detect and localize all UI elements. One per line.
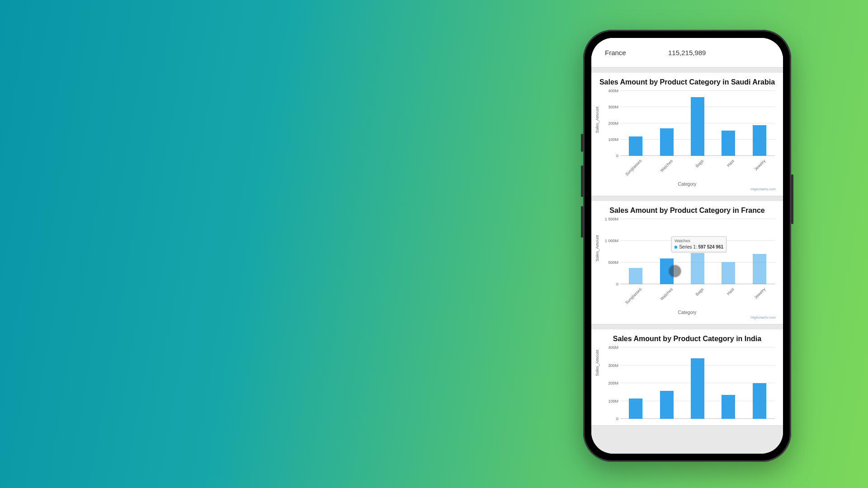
grid-line — [620, 90, 775, 91]
grid-line — [620, 347, 775, 347]
x-tick-labels: SunglassesWatchesBagsHatsJewelry — [620, 287, 775, 306]
tooltip-category: Watches — [675, 239, 723, 244]
x-tick-label: Watches — [659, 159, 674, 173]
tooltip-series-label: Series 1: — [679, 244, 697, 249]
touch-indicator-icon — [669, 265, 681, 277]
y-ticks: 0100M200M300M400M — [602, 347, 619, 419]
y-tick-label: 300M — [608, 363, 618, 368]
y-tick-label: 0 — [616, 282, 618, 286]
chart-title: Sales Amount by Product Category in Fran… — [594, 205, 780, 217]
chart-card-saudi[interactable]: Sales Amount by Product Category in Saud… — [591, 73, 783, 196]
bar-sunglasses[interactable] — [629, 136, 642, 156]
y-ticks: 0500M1 000M1 500M — [602, 219, 619, 284]
tooltip-value-row: Series 1: 597 524 961 — [675, 244, 723, 250]
chart-card-france[interactable]: Sales Amount by Product Category in Fran… — [591, 201, 783, 324]
y-axis-label: Sales_Amount — [595, 350, 599, 376]
bar-bags[interactable] — [691, 97, 704, 156]
background: France 115,215,989 Sales Amount by Produ… — [0, 0, 868, 488]
x-tick-label: Bags — [694, 287, 704, 297]
x-tick-label: Jewelry — [753, 159, 766, 172]
y-ticks: 0100M200M300M400M — [602, 91, 619, 156]
x-tick-label: Bags — [694, 159, 704, 169]
x-axis-label: Category — [596, 310, 778, 315]
x-tick-labels: SunglassesWatchesBagsHatsJewelry — [620, 159, 775, 178]
chart-card-india[interactable]: Sales Amount by Product Category in Indi… — [591, 329, 783, 425]
y-tick-label: 1 000M — [605, 239, 618, 243]
phone-screen[interactable]: France 115,215,989 Sales Amount by Produ… — [591, 38, 783, 454]
y-axis-label: Sales_Amount — [595, 107, 599, 133]
bar-sunglasses[interactable] — [629, 399, 642, 419]
chart-credit: Highcharts.com — [750, 315, 776, 319]
bar-hats[interactable] — [722, 131, 735, 156]
bar-jewelry[interactable] — [753, 125, 766, 156]
bar-jewelry[interactable] — [753, 254, 766, 284]
y-tick-label: 500M — [608, 260, 618, 265]
x-tick-label: Sunglasses — [624, 159, 642, 177]
x-tick-label: Sunglasses — [624, 287, 642, 305]
header-country: France — [605, 49, 668, 56]
phone-volume-down-button — [581, 206, 583, 238]
y-tick-label: 200M — [608, 121, 618, 126]
y-tick-label: 0 — [616, 154, 618, 158]
phone-side-button — [581, 134, 583, 152]
bar-sunglasses[interactable] — [629, 268, 642, 284]
header-row[interactable]: France 115,215,989 — [591, 38, 783, 67]
tooltip-value: 597 524 961 — [698, 244, 723, 249]
phone-frame: France 115,215,989 Sales Amount by Produ… — [583, 30, 791, 462]
chart-area[interactable]: Sales_Amount0500M1 000M1 500MSunglassesW… — [596, 217, 778, 321]
grid-line — [620, 219, 775, 219]
chart-title: Sales Amount by Product Category in Indi… — [594, 333, 780, 346]
bar-jewelry[interactable] — [753, 383, 766, 419]
y-tick-label: 200M — [608, 381, 618, 385]
bar-bags[interactable] — [691, 253, 704, 284]
bar-bags[interactable] — [691, 358, 704, 419]
x-tick-label: Hats — [726, 159, 735, 168]
legend-swatch-icon — [675, 246, 677, 249]
chart-area[interactable]: Sales_Amount0100M200M300M400M — [596, 346, 778, 422]
chart-title: Sales Amount by Product Category in Saud… — [594, 76, 780, 89]
bar-hats[interactable] — [722, 395, 735, 419]
y-tick-label: 1 500M — [605, 217, 618, 221]
chart-credit: Highcharts.com — [750, 187, 776, 191]
y-tick-label: 0 — [616, 417, 618, 421]
phone-volume-up-button — [581, 165, 583, 197]
plot-area[interactable] — [620, 347, 775, 419]
x-axis-label: Category — [596, 182, 778, 187]
chart-area[interactable]: Sales_Amount0100M200M300M400MSunglassesW… — [596, 89, 778, 193]
phone-power-button — [791, 174, 793, 224]
y-tick-label: 400M — [608, 345, 618, 350]
x-tick-label: Jewelry — [753, 287, 766, 300]
bar-watches[interactable] — [660, 128, 674, 156]
x-tick-label: Watches — [659, 287, 674, 301]
y-axis-label: Sales_Amount — [595, 235, 599, 262]
scroll-area[interactable]: France 115,215,989 Sales Amount by Produ… — [591, 38, 783, 454]
header-value: 115,215,989 — [668, 49, 706, 56]
plot-area[interactable] — [620, 91, 775, 156]
y-tick-label: 100M — [608, 137, 618, 142]
y-tick-label: 300M — [608, 105, 618, 109]
tooltip: WatchesSeries 1: 597 524 961 — [671, 236, 726, 252]
bar-watches[interactable] — [660, 391, 674, 419]
bar-hats[interactable] — [722, 262, 735, 284]
y-tick-label: 100M — [608, 399, 618, 404]
x-tick-label: Hats — [726, 287, 735, 296]
y-tick-label: 400M — [608, 89, 618, 93]
